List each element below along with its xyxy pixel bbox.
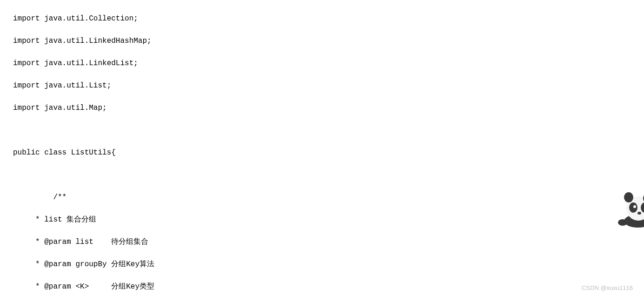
code-line [13,125,644,136]
watermark-text: CSDN @xuxu1116 [582,283,633,293]
code-line: * @param list 待分组集合 [13,236,644,248]
code-line: * list 集合分组 [13,214,644,225]
code-line: import java.util.List; [13,80,644,91]
svg-point-1 [618,219,627,226]
svg-point-3 [624,192,633,202]
code-line: import java.util.LinkedHashMap; [13,35,644,47]
svg-point-5 [629,202,637,213]
code-line: * @param <K> 分组Key类型 [13,281,644,292]
svg-point-7 [633,205,636,208]
code-line: /** [13,192,644,203]
code-line [13,169,644,181]
panda-mascot-icon [612,182,644,228]
code-line: import java.util.Map; [13,102,644,114]
code-line: import java.util.LinkedList; [13,58,644,69]
code-block: import java.util.Collection; import java… [0,0,644,296]
code-line: * @param groupBy 分组Key算法 [13,259,644,270]
code-line: import java.util.Collection; [13,13,644,24]
svg-point-9 [637,212,641,215]
code-line: public class ListUtils{ [13,147,644,158]
